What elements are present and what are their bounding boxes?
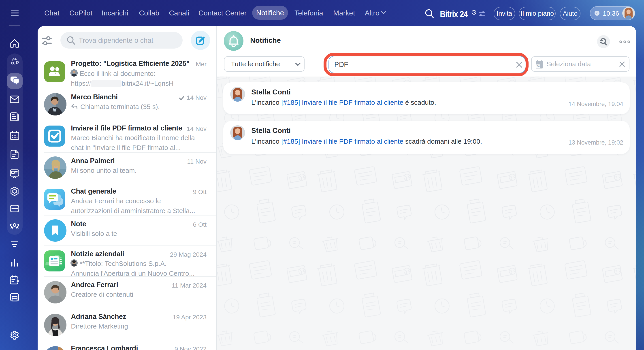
svg-text:24: 24 [536, 65, 540, 68]
